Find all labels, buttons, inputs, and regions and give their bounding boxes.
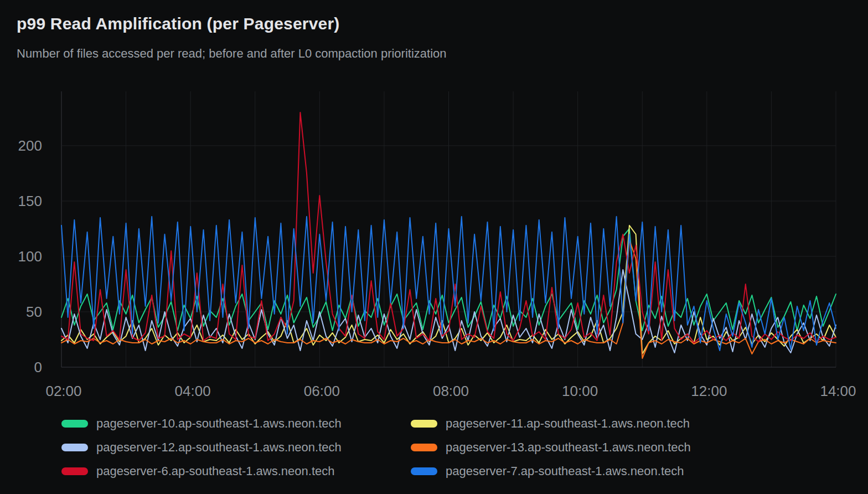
legend-swatch (61, 444, 88, 451)
legend-label: pageserver-12.ap-southeast-1.aws.neon.te… (96, 440, 342, 455)
legend-item-pageserver-12[interactable]: pageserver-12.ap-southeast-1.aws.neon.te… (61, 441, 411, 454)
x-tick-label: 14:00 (805, 382, 868, 400)
x-tick-label: 10:00 (547, 382, 613, 400)
y-tick-label: 0 (0, 359, 42, 375)
x-axis-labels: 02:0004:0006:0008:0010:0012:0014:00 (61, 382, 836, 400)
legend-item-pageserver-6[interactable]: pageserver-6.ap-southeast-1.aws.neon.tec… (61, 465, 411, 478)
y-axis-labels: 050100150200 (0, 91, 51, 367)
legend-item-pageserver-11[interactable]: pageserver-11.ap-southeast-1.aws.neon.te… (411, 417, 825, 430)
panel-subtitle: Number of files accessed per read; befor… (17, 47, 447, 61)
x-tick-label: 06:00 (288, 382, 355, 400)
plot-canvas[interactable] (61, 91, 836, 367)
legend-item-pageserver-13[interactable]: pageserver-13.ap-southeast-1.aws.neon.te… (411, 441, 825, 454)
page-title: p99 Read Amplification (per Pageserver) (17, 14, 340, 33)
legend-label: pageserver-13.ap-southeast-1.aws.neon.te… (446, 440, 691, 455)
legend-item-pageserver-10[interactable]: pageserver-10.ap-southeast-1.aws.neon.te… (61, 417, 411, 430)
y-tick-label: 150 (0, 193, 42, 209)
plot-area[interactable] (61, 91, 836, 367)
x-tick-label: 02:00 (30, 382, 97, 400)
x-tick-label: 08:00 (418, 382, 484, 400)
x-tick-label: 12:00 (676, 382, 742, 400)
legend-item-pageserver-7[interactable]: pageserver-7.ap-southeast-1.aws.neon.tec… (411, 465, 825, 478)
x-tick-label: 04:00 (159, 382, 226, 400)
legend-swatch (411, 444, 437, 451)
legend-swatch (411, 420, 437, 428)
legend-label: pageserver-10.ap-southeast-1.aws.neon.te… (96, 416, 342, 431)
legend-label: pageserver-7.ap-southeast-1.aws.neon.tec… (446, 464, 684, 478)
y-tick-label: 50 (0, 303, 42, 320)
y-tick-label: 200 (0, 137, 42, 154)
legend-swatch (411, 467, 437, 475)
legend-label: pageserver-6.ap-southeast-1.aws.neon.tec… (96, 464, 334, 478)
legend: pageserver-10.ap-southeast-1.aws.neon.te… (61, 417, 825, 478)
y-tick-label: 100 (0, 248, 42, 265)
legend-label: pageserver-11.ap-southeast-1.aws.neon.te… (446, 416, 690, 431)
legend-swatch (61, 420, 88, 428)
legend-swatch (61, 467, 88, 475)
